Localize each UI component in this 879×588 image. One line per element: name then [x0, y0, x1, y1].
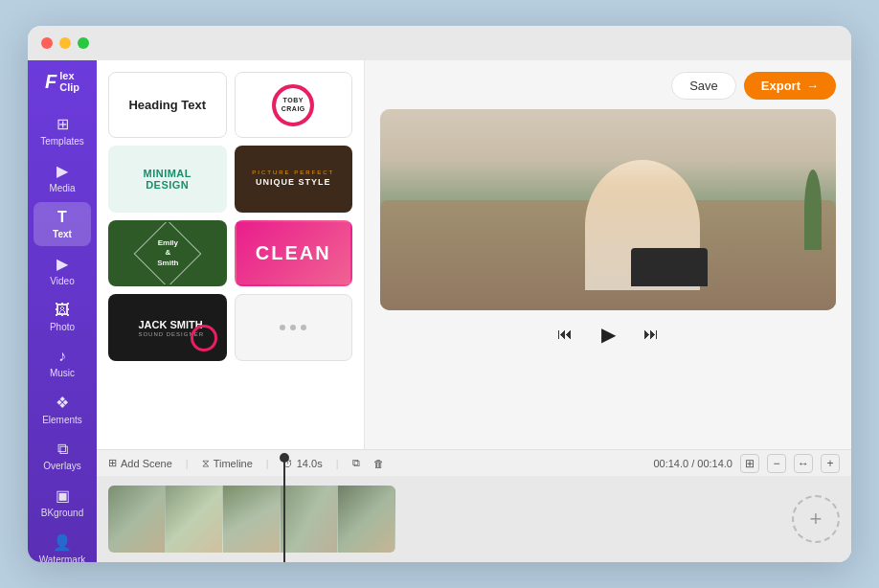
- template-card-emily[interactable]: Emily&Smith: [108, 220, 227, 286]
- sidebar-item-media[interactable]: ▶ Media: [34, 155, 91, 200]
- template-card-minimal[interactable]: MINIMALDESIGN: [108, 146, 227, 212]
- timeline-clips-area: [108, 486, 780, 553]
- unique-sublabel: PICTURE PERFECT: [252, 170, 334, 175]
- minimal-text: MINIMALDESIGN: [143, 168, 192, 191]
- music-icon: ♪: [58, 348, 66, 365]
- copy-icon: ⧉: [352, 457, 360, 469]
- timeline-icon: ⧖: [202, 457, 210, 469]
- player-right-controls: 00:14.0 / 00:14.0 ⊞ − ↔ +: [653, 454, 840, 473]
- templates-icon: ⊞: [56, 115, 69, 133]
- sidebar: F lexClip ⊞ Templates ▶ Media T Text ▶ V…: [28, 60, 97, 562]
- template-card-unique[interactable]: PICTURE PERFECT UNIQUE STYLE: [235, 146, 353, 212]
- toby-text: TOBYCRAIG: [282, 97, 305, 113]
- video-scene: [380, 109, 836, 310]
- title-bar: [28, 26, 851, 60]
- text-icon: T: [57, 209, 67, 226]
- playback-controls: ⏮ ▶ ⏭: [380, 318, 836, 351]
- zoom-fit-button[interactable]: ↔: [794, 454, 813, 473]
- clip-thumb-2: [166, 486, 223, 553]
- separator-2: |: [266, 458, 269, 469]
- unique-text: UNIQUE STYLE: [252, 177, 334, 189]
- close-button[interactable]: [41, 37, 53, 49]
- bkground-icon: ▣: [56, 486, 70, 505]
- play-button[interactable]: ▶: [592, 318, 624, 351]
- timeline-label: Timeline: [214, 458, 253, 469]
- sidebar-item-watermark[interactable]: 👤 Watermark: [34, 527, 91, 562]
- zoom-out-button[interactable]: −: [767, 454, 786, 473]
- clip-thumb-1: [108, 486, 166, 553]
- template-card-jack[interactable]: JACK SMITH SOUND DESIGNER: [108, 294, 227, 360]
- unique-content: PICTURE PERFECT UNIQUE STYLE: [252, 170, 334, 189]
- trash-icon: 🗑: [373, 458, 384, 469]
- logo-icon: F: [45, 71, 56, 93]
- export-arrow-icon: →: [806, 79, 819, 93]
- clip-thumb-3: [223, 486, 281, 553]
- sidebar-item-elements[interactable]: ❖ Elements: [34, 387, 91, 432]
- watermark-icon: 👤: [53, 533, 72, 552]
- template-card-clean[interactable]: CLEAN: [235, 220, 353, 286]
- timeline-bar: ⊞ Add Scene | ⧖ Timeline | ⏱ 14.0s | ⧉: [97, 449, 851, 476]
- clip-block[interactable]: [108, 486, 395, 553]
- separator-1: |: [186, 458, 189, 469]
- sidebar-item-bkground[interactable]: ▣ BKground: [34, 480, 91, 525]
- templates-panel: Heading Text TOBYCRAIG M: [97, 60, 365, 449]
- next-button[interactable]: ⏭: [643, 326, 659, 343]
- plant-element: [804, 170, 822, 250]
- copy-button[interactable]: ⧉: [352, 457, 360, 469]
- prev-button[interactable]: ⏮: [557, 326, 573, 343]
- emily-text: Emily&Smith: [157, 238, 178, 268]
- toby-inner: TOBYCRAIG: [272, 84, 314, 126]
- template-card-toby[interactable]: TOBYCRAIG: [235, 72, 353, 138]
- timeline-button[interactable]: ⧖ Timeline: [202, 457, 253, 469]
- video-icon: ▶: [56, 255, 68, 273]
- playhead-marker[interactable]: [283, 457, 285, 562]
- minimize-button[interactable]: [59, 37, 71, 49]
- heading-text-label: Heading Text: [128, 98, 206, 112]
- toby-circle: TOBYCRAIG: [272, 84, 314, 126]
- clip-thumb-5: [338, 486, 395, 553]
- elements-icon: ❖: [56, 394, 69, 412]
- more-dots: [280, 325, 306, 330]
- add-scene-icon: ⊞: [108, 457, 117, 469]
- maximize-button[interactable]: [78, 37, 89, 49]
- sidebar-item-video[interactable]: ▶ Video: [34, 248, 91, 293]
- app-window: F lexClip ⊞ Templates ▶ Media T Text ▶ V…: [28, 26, 851, 562]
- app-body: F lexClip ⊞ Templates ▶ Media T Text ▶ V…: [28, 60, 851, 562]
- sidebar-item-text[interactable]: T Text: [34, 202, 91, 246]
- templates-grid: Heading Text TOBYCRAIG M: [97, 60, 364, 373]
- laptop-element: [631, 248, 708, 286]
- duration-text: 14.0s: [297, 458, 323, 469]
- save-button[interactable]: Save: [671, 72, 736, 100]
- dot-2: [290, 325, 296, 330]
- media-icon: ▶: [56, 162, 68, 180]
- overlays-icon: ⧉: [57, 441, 68, 458]
- video-preview: [380, 109, 836, 310]
- clip-thumb-4: [281, 486, 338, 553]
- add-scene-label: Add Scene: [121, 458, 172, 469]
- app-logo: F lexClip: [39, 70, 85, 93]
- time-display: 00:14.0 / 00:14.0: [653, 458, 732, 469]
- sidebar-item-overlays[interactable]: ⧉ Overlays: [34, 434, 91, 478]
- sidebar-item-photo[interactable]: 🖼 Photo: [34, 295, 91, 339]
- template-card-heading[interactable]: Heading Text: [108, 72, 227, 138]
- add-scene-button[interactable]: ⊞ Add Scene: [108, 457, 172, 469]
- content-area: Heading Text TOBYCRAIG M: [97, 60, 851, 449]
- delete-button[interactable]: 🗑: [373, 458, 384, 469]
- jack-circle-icon: [191, 325, 217, 351]
- zoom-in-button[interactable]: +: [821, 454, 840, 473]
- fit-zoom-button[interactable]: ⊞: [740, 454, 759, 473]
- sidebar-item-music[interactable]: ♪ Music: [34, 341, 91, 385]
- plus-icon: +: [810, 507, 823, 531]
- add-clip-button[interactable]: +: [792, 495, 840, 543]
- preview-panel: Save Export →: [365, 60, 851, 449]
- dot-3: [301, 325, 306, 330]
- timeline-strip: +: [97, 476, 851, 562]
- photo-icon: 🖼: [55, 302, 70, 319]
- dot-1: [280, 325, 285, 330]
- export-label: Export: [761, 79, 800, 93]
- sidebar-item-templates[interactable]: ⊞ Templates: [34, 108, 91, 153]
- separator-3: |: [336, 458, 339, 469]
- main-panel: Heading Text TOBYCRAIG M: [97, 60, 851, 562]
- template-card-more[interactable]: [235, 294, 353, 360]
- export-button[interactable]: Export →: [744, 72, 836, 100]
